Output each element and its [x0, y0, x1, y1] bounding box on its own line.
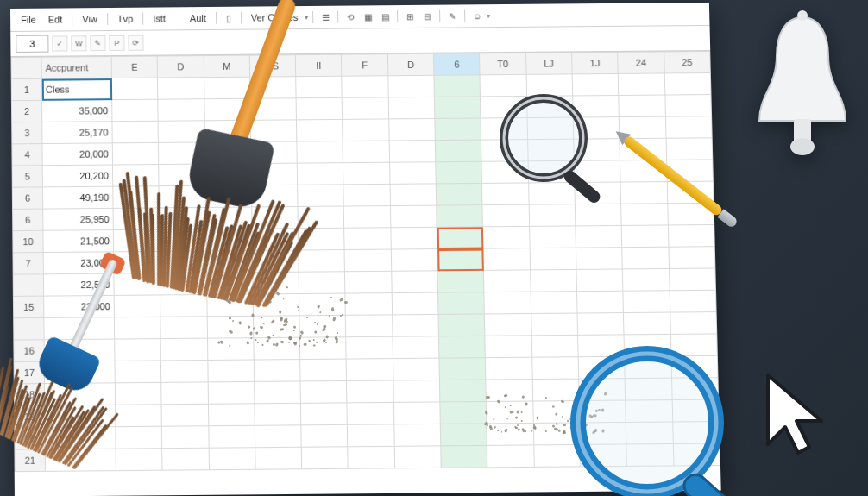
cell[interactable] [205, 207, 252, 229]
cell[interactable] [531, 357, 578, 380]
cell[interactable] [347, 380, 393, 403]
cell[interactable] [439, 380, 486, 402]
cell[interactable] [485, 313, 531, 336]
cell[interactable] [298, 185, 344, 207]
cell[interactable] [206, 250, 253, 273]
name-box[interactable]: 3 [16, 35, 48, 53]
cell[interactable] [115, 382, 161, 405]
cell[interactable] [672, 422, 720, 444]
menu-edit[interactable]: Edt [43, 12, 68, 26]
cell[interactable] [111, 78, 158, 100]
cell[interactable] [528, 160, 575, 183]
cell[interactable] [388, 118, 435, 141]
cell[interactable] [624, 334, 670, 356]
cell[interactable] [162, 448, 209, 470]
cell[interactable] [158, 78, 204, 100]
row-header[interactable]: 21 [15, 449, 46, 472]
cell[interactable] [299, 272, 345, 294]
cell[interactable] [114, 317, 160, 339]
cell[interactable] [112, 165, 159, 187]
cell[interactable] [576, 225, 622, 248]
cell[interactable] [618, 73, 664, 96]
toolbar-icon[interactable]: ⊞ [402, 9, 418, 24]
cell[interactable] [252, 206, 299, 229]
cell[interactable] [440, 401, 487, 424]
cell[interactable] [343, 162, 390, 185]
cell[interactable]: 35,000 [42, 100, 112, 122]
cell[interactable] [207, 338, 254, 361]
cell[interactable] [45, 383, 116, 405]
cell[interactable] [114, 251, 160, 273]
cell[interactable] [669, 247, 715, 269]
cell[interactable] [578, 356, 625, 379]
cell[interactable] [481, 96, 527, 118]
column-header[interactable]: LJ [525, 53, 572, 75]
cell[interactable] [437, 227, 483, 249]
cell[interactable] [158, 99, 204, 122]
cell[interactable] [44, 361, 115, 383]
cell[interactable] [573, 117, 620, 140]
cell[interactable] [625, 356, 671, 379]
cell[interactable] [484, 292, 531, 314]
cell[interactable] [621, 204, 668, 226]
cell[interactable] [159, 142, 205, 165]
row-header[interactable]: 16 [14, 340, 44, 362]
cell[interactable] [116, 405, 162, 427]
cell[interactable]: Cless [41, 78, 111, 101]
cell[interactable] [390, 184, 437, 206]
toolbar-icon[interactable]: P [109, 35, 124, 51]
row-header[interactable]: 6 [13, 209, 43, 231]
cell[interactable] [580, 444, 626, 467]
column-header[interactable]: 24 [618, 52, 664, 74]
cell[interactable] [532, 401, 579, 424]
cell[interactable] [44, 317, 115, 340]
cell[interactable] [436, 161, 482, 184]
cell[interactable] [45, 405, 116, 427]
cell[interactable] [345, 249, 392, 272]
row-header[interactable]: 17 [14, 361, 45, 384]
cell[interactable]: 20,200 [42, 165, 113, 187]
cell[interactable] [486, 357, 532, 380]
cell[interactable] [348, 446, 394, 468]
column-header[interactable]: D [387, 53, 434, 76]
toolbar-icon[interactable]: ▦ [360, 9, 375, 24]
cell[interactable]: 25,950 [43, 208, 114, 230]
cell[interactable] [161, 360, 208, 382]
column-header[interactable]: TS [249, 55, 296, 78]
cell[interactable] [441, 445, 487, 468]
menu-blank[interactable] [173, 16, 183, 20]
column-header[interactable]: D [157, 56, 204, 78]
cell[interactable] [670, 334, 717, 356]
cell[interactable] [665, 116, 712, 139]
cell[interactable] [255, 447, 302, 469]
cell[interactable] [255, 403, 301, 425]
cell[interactable] [299, 337, 346, 360]
row-header[interactable]: 1 [11, 78, 41, 100]
cell[interactable] [161, 404, 208, 426]
cell[interactable] [112, 121, 159, 143]
cell[interactable] [343, 184, 390, 206]
cell[interactable] [113, 186, 160, 209]
cell[interactable] [345, 271, 392, 293]
cell[interactable] [623, 291, 670, 313]
column-header[interactable]: Accpurent [41, 57, 111, 79]
cell[interactable] [343, 119, 389, 141]
cell[interactable] [531, 335, 578, 357]
cell[interactable] [572, 73, 619, 96]
cell[interactable] [434, 97, 481, 119]
cell[interactable] [439, 336, 486, 358]
cell[interactable] [664, 72, 711, 95]
cell[interactable] [481, 118, 527, 141]
column-header[interactable]: 6 [434, 53, 481, 76]
toolbar-icon[interactable]: ☺ [469, 8, 485, 23]
column-header[interactable]: 25 [664, 51, 710, 73]
column-header[interactable]: F [342, 54, 388, 77]
toolbar-icon[interactable]: ✎ [444, 8, 460, 23]
cell[interactable] [391, 227, 437, 249]
cell[interactable] [253, 294, 299, 317]
cell[interactable] [114, 295, 160, 317]
cell[interactable] [671, 378, 718, 400]
cell[interactable] [487, 401, 533, 424]
cell[interactable] [254, 360, 300, 382]
toolbar-icon[interactable]: ✓ [52, 35, 67, 51]
